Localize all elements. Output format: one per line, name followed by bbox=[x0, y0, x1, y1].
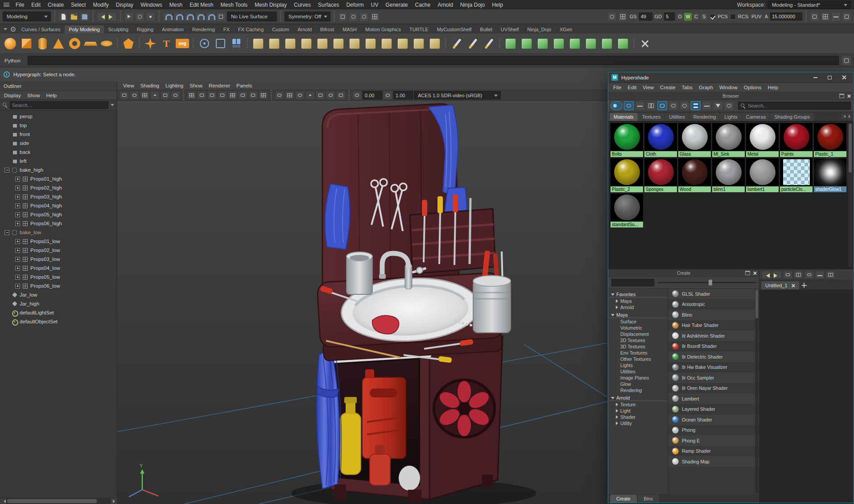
create-category[interactable]: Light bbox=[608, 408, 668, 414]
shader-node-item[interactable]: Anisotropic bbox=[668, 299, 759, 310]
gs-value-field[interactable] bbox=[639, 12, 652, 21]
separator[interactable] bbox=[139, 38, 140, 49]
gate-mask-icon[interactable] bbox=[218, 91, 227, 99]
scrollbar-thumb[interactable] bbox=[7, 499, 97, 503]
shader-node-item[interactable]: Hair Tube Shader bbox=[668, 320, 759, 331]
separator[interactable] bbox=[348, 90, 350, 101]
outliner-item[interactable]: front bbox=[0, 130, 117, 139]
browser-tab[interactable]: Utilities bbox=[665, 113, 689, 121]
workspace-dropdown[interactable]: Modeling - Standard* bbox=[768, 1, 850, 9]
viewport-menu[interactable]: Show bbox=[186, 82, 206, 89]
separator[interactable] bbox=[193, 38, 194, 49]
menubar-item[interactable]: Mesh Display bbox=[251, 0, 290, 9]
shader-list-scrollbar[interactable] bbox=[755, 289, 759, 493]
camera-select-icon[interactable] bbox=[130, 91, 139, 99]
close-panel-icon[interactable] bbox=[847, 94, 851, 98]
outliner-item[interactable]: Jar_high bbox=[0, 299, 117, 308]
expand-toggle-icon[interactable] bbox=[15, 212, 20, 217]
outliner-item[interactable]: bake_high bbox=[0, 165, 117, 174]
outliner-item[interactable]: Props04_low bbox=[0, 264, 117, 273]
viewport-menu[interactable]: View bbox=[120, 82, 137, 89]
mirror-icon[interactable] bbox=[503, 36, 518, 52]
extrude-icon[interactable] bbox=[363, 36, 378, 52]
render-current-frame-icon[interactable] bbox=[349, 12, 358, 21]
symmetry-dropdown[interactable]: Symmetry: Off bbox=[285, 12, 330, 21]
python-command-input[interactable] bbox=[28, 56, 839, 65]
create-category[interactable]: Favorites bbox=[609, 291, 667, 297]
menubar-item[interactable]: Mesh bbox=[166, 0, 186, 9]
work-area-tab[interactable]: Untitled_1 bbox=[761, 281, 799, 289]
angle-value-field[interactable] bbox=[770, 12, 802, 21]
shader-node-item[interactable]: Lambert bbox=[668, 393, 759, 404]
shelf-tab[interactable]: MyCustomShelf bbox=[433, 25, 476, 33]
shelf-tab[interactable]: Bullet bbox=[476, 25, 496, 33]
grid-toggle-icon[interactable] bbox=[187, 91, 196, 99]
poly-cone-icon[interactable] bbox=[51, 36, 66, 52]
outliner-item[interactable]: Props06_low bbox=[0, 281, 117, 290]
safe-action-icon[interactable] bbox=[238, 91, 248, 99]
poly-disc-icon[interactable] bbox=[99, 36, 114, 52]
browser-tab[interactable]: Lights bbox=[720, 113, 741, 121]
graph-back-icon[interactable] bbox=[762, 271, 771, 279]
outliner-item[interactable]: Props01_high bbox=[0, 174, 117, 183]
shelf-tab[interactable]: FX Caching bbox=[234, 25, 268, 33]
outliner-menu[interactable]: Help bbox=[43, 92, 60, 99]
hypershade-menu[interactable]: Options bbox=[741, 84, 765, 91]
bookmarks-icon[interactable] bbox=[150, 91, 160, 99]
browser-tab[interactable]: Cameras bbox=[742, 113, 770, 121]
expand-toggle-icon[interactable] bbox=[15, 284, 20, 289]
image-plane-icon[interactable] bbox=[161, 91, 170, 99]
outliner-item[interactable]: Props03_high bbox=[0, 192, 117, 201]
snap-to-point-icon[interactable] bbox=[184, 12, 194, 21]
expand-toggle-icon[interactable] bbox=[15, 275, 20, 280]
input-output-connections-icon[interactable] bbox=[794, 271, 803, 279]
open-scene-icon[interactable] bbox=[69, 12, 78, 21]
menubar-item[interactable]: Help bbox=[488, 0, 507, 9]
make-live-icon[interactable] bbox=[216, 12, 226, 21]
separator[interactable] bbox=[183, 90, 184, 101]
move-to-origin-icon[interactable]: 0,0,0 bbox=[229, 36, 244, 52]
smooth-icon[interactable] bbox=[347, 36, 362, 52]
cut-tool-icon[interactable] bbox=[637, 36, 652, 52]
two-d-pan-zoom-icon[interactable] bbox=[171, 91, 180, 99]
menubar-item[interactable]: Edit Mesh bbox=[186, 0, 217, 9]
hypershade-menu[interactable]: Window bbox=[716, 84, 741, 91]
toggle-letter-button[interactable]: S bbox=[700, 13, 708, 21]
menubar-item[interactable]: Create bbox=[44, 0, 67, 9]
boolean-difference-icon[interactable] bbox=[315, 36, 330, 52]
append-polygon-icon[interactable] bbox=[427, 36, 442, 52]
expand-toggle-icon[interactable] bbox=[15, 186, 20, 190]
rearrange-graph-icon[interactable] bbox=[826, 271, 835, 279]
material-swatch[interactable]: Bolts bbox=[611, 123, 643, 157]
create-category[interactable]: Maya bbox=[609, 312, 667, 318]
expand-toggle-icon[interactable] bbox=[4, 230, 9, 235]
shader-node-item[interactable]: Phong E bbox=[668, 435, 759, 446]
maximize-button[interactable] bbox=[823, 74, 836, 82]
detach-panel-icon[interactable] bbox=[839, 94, 844, 98]
create-category[interactable]: Utility bbox=[608, 420, 668, 426]
outliner-item[interactable]: defaultObjectSet bbox=[0, 317, 117, 326]
field-chart-icon[interactable] bbox=[228, 91, 237, 99]
hypershade-menu[interactable]: Tabs bbox=[679, 84, 696, 91]
shadows-icon[interactable] bbox=[316, 91, 325, 99]
resolution-gate-icon[interactable] bbox=[207, 91, 217, 99]
film-gate-icon[interactable] bbox=[197, 91, 206, 99]
browser-tab[interactable]: Textures bbox=[638, 113, 665, 121]
xray-icon[interactable] bbox=[275, 91, 284, 99]
shader-graph-canvas[interactable] bbox=[759, 289, 853, 503]
create-category[interactable]: Surface bbox=[608, 318, 668, 325]
material-swatch[interactable]: Cloth bbox=[644, 123, 677, 157]
menubar-item[interactable]: Surfaces bbox=[314, 0, 342, 9]
browser-tab[interactable]: Rendering bbox=[689, 113, 720, 121]
create-category[interactable]: Utilities bbox=[608, 368, 668, 375]
camera-lock-icon[interactable] bbox=[120, 91, 129, 99]
outliner-item[interactable]: Props02_high bbox=[0, 183, 117, 192]
outliner-item[interactable]: defaultLightSet bbox=[0, 308, 117, 317]
minimize-button[interactable] bbox=[809, 74, 821, 82]
output-connections-icon[interactable] bbox=[804, 271, 814, 279]
snap-to-view-plane-icon[interactable] bbox=[206, 12, 215, 21]
graph-forward-icon[interactable] bbox=[772, 271, 782, 279]
material-swatch[interactable]: lambert1 bbox=[746, 158, 779, 192]
shelf-tab[interactable]: Motion Graphics bbox=[361, 25, 405, 33]
browser-tab[interactable]: Materials bbox=[610, 113, 638, 121]
